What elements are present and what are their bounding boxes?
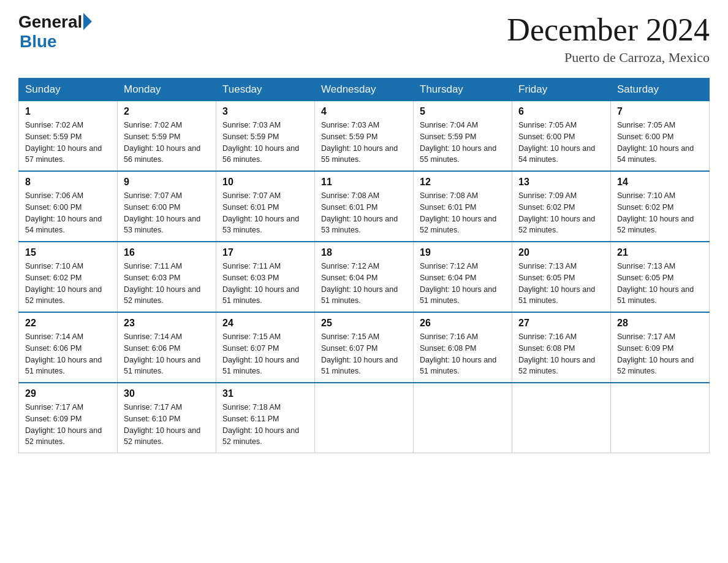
day-number: 16 xyxy=(124,247,210,258)
day-info: Sunrise: 7:08 AMSunset: 6:01 PMDaylight:… xyxy=(321,190,407,236)
table-row: 3 Sunrise: 7:03 AMSunset: 5:59 PMDayligh… xyxy=(216,101,315,172)
day-number: 25 xyxy=(321,318,407,329)
header-wednesday: Wednesday xyxy=(315,79,414,101)
day-number: 23 xyxy=(124,318,210,329)
day-info: Sunrise: 7:07 AMSunset: 6:00 PMDaylight:… xyxy=(124,190,210,236)
day-number: 6 xyxy=(518,106,604,117)
table-row: 23 Sunrise: 7:14 AMSunset: 6:06 PMDaylig… xyxy=(118,312,216,383)
day-info: Sunrise: 7:11 AMSunset: 6:03 PMDaylight:… xyxy=(124,261,210,307)
table-row: 5 Sunrise: 7:04 AMSunset: 5:59 PMDayligh… xyxy=(414,101,512,172)
table-row: 16 Sunrise: 7:11 AMSunset: 6:03 PMDaylig… xyxy=(118,242,216,312)
table-row: 17 Sunrise: 7:11 AMSunset: 6:03 PMDaylig… xyxy=(216,242,315,312)
table-row: 7 Sunrise: 7:05 AMSunset: 6:00 PMDayligh… xyxy=(611,101,710,172)
table-row xyxy=(315,383,414,453)
day-number: 18 xyxy=(321,247,407,258)
day-info: Sunrise: 7:13 AMSunset: 6:05 PMDaylight:… xyxy=(518,261,604,307)
calendar-week-row: 15 Sunrise: 7:10 AMSunset: 6:02 PMDaylig… xyxy=(19,242,710,312)
logo: General Blue xyxy=(18,12,92,52)
day-number: 19 xyxy=(420,247,506,258)
day-info: Sunrise: 7:10 AMSunset: 6:02 PMDaylight:… xyxy=(617,190,703,236)
day-info: Sunrise: 7:14 AMSunset: 6:06 PMDaylight:… xyxy=(124,331,210,377)
day-number: 27 xyxy=(518,318,604,329)
table-row: 13 Sunrise: 7:09 AMSunset: 6:02 PMDaylig… xyxy=(512,171,611,242)
day-number: 20 xyxy=(518,247,604,258)
table-row: 22 Sunrise: 7:14 AMSunset: 6:06 PMDaylig… xyxy=(19,312,118,383)
day-info: Sunrise: 7:03 AMSunset: 5:59 PMDaylight:… xyxy=(222,120,308,166)
day-info: Sunrise: 7:14 AMSunset: 6:06 PMDaylight:… xyxy=(25,331,111,377)
day-number: 4 xyxy=(321,106,407,117)
day-info: Sunrise: 7:05 AMSunset: 6:00 PMDaylight:… xyxy=(617,120,703,166)
table-row: 19 Sunrise: 7:12 AMSunset: 6:04 PMDaylig… xyxy=(414,242,512,312)
table-row: 6 Sunrise: 7:05 AMSunset: 6:00 PMDayligh… xyxy=(512,101,611,172)
calendar-header-row: Sunday Monday Tuesday Wednesday Thursday… xyxy=(19,79,710,101)
day-number: 17 xyxy=(222,247,308,258)
calendar-week-row: 8 Sunrise: 7:06 AMSunset: 6:00 PMDayligh… xyxy=(19,171,710,242)
header-sunday: Sunday xyxy=(19,79,118,101)
day-number: 11 xyxy=(321,177,407,188)
day-info: Sunrise: 7:09 AMSunset: 6:02 PMDaylight:… xyxy=(518,190,604,236)
day-info: Sunrise: 7:12 AMSunset: 6:04 PMDaylight:… xyxy=(321,261,407,307)
table-row: 12 Sunrise: 7:08 AMSunset: 6:01 PMDaylig… xyxy=(414,171,512,242)
day-number: 10 xyxy=(222,177,308,188)
calendar-table: Sunday Monday Tuesday Wednesday Thursday… xyxy=(18,78,710,453)
title-block: December 2024 Puerto de Carroza, Mexico xyxy=(507,12,710,66)
table-row xyxy=(414,383,512,453)
day-info: Sunrise: 7:05 AMSunset: 6:00 PMDaylight:… xyxy=(518,120,604,166)
day-number: 7 xyxy=(617,106,703,117)
day-info: Sunrise: 7:11 AMSunset: 6:03 PMDaylight:… xyxy=(222,261,308,307)
header-friday: Friday xyxy=(512,79,611,101)
day-number: 26 xyxy=(420,318,506,329)
day-number: 12 xyxy=(420,177,506,188)
table-row: 4 Sunrise: 7:03 AMSunset: 5:59 PMDayligh… xyxy=(315,101,414,172)
table-row xyxy=(611,383,710,453)
table-row: 11 Sunrise: 7:08 AMSunset: 6:01 PMDaylig… xyxy=(315,171,414,242)
header-monday: Monday xyxy=(118,79,216,101)
day-number: 9 xyxy=(124,177,210,188)
logo-blue-text: Blue xyxy=(20,32,92,52)
day-info: Sunrise: 7:07 AMSunset: 6:01 PMDaylight:… xyxy=(222,190,308,236)
day-info: Sunrise: 7:16 AMSunset: 6:08 PMDaylight:… xyxy=(518,331,604,377)
day-number: 13 xyxy=(518,177,604,188)
table-row: 31 Sunrise: 7:18 AMSunset: 6:11 PMDaylig… xyxy=(216,383,315,453)
table-row: 15 Sunrise: 7:10 AMSunset: 6:02 PMDaylig… xyxy=(19,242,118,312)
day-info: Sunrise: 7:15 AMSunset: 6:07 PMDaylight:… xyxy=(321,331,407,377)
logo-general-text: General xyxy=(18,12,82,32)
day-number: 3 xyxy=(222,106,308,117)
header-saturday: Saturday xyxy=(611,79,710,101)
location-subtitle: Puerto de Carroza, Mexico xyxy=(507,50,710,66)
table-row: 28 Sunrise: 7:17 AMSunset: 6:09 PMDaylig… xyxy=(611,312,710,383)
day-info: Sunrise: 7:06 AMSunset: 6:00 PMDaylight:… xyxy=(25,190,111,236)
calendar-week-row: 1 Sunrise: 7:02 AMSunset: 5:59 PMDayligh… xyxy=(19,101,710,172)
table-row: 8 Sunrise: 7:06 AMSunset: 6:00 PMDayligh… xyxy=(19,171,118,242)
day-info: Sunrise: 7:18 AMSunset: 6:11 PMDaylight:… xyxy=(222,402,308,448)
table-row: 21 Sunrise: 7:13 AMSunset: 6:05 PMDaylig… xyxy=(611,242,710,312)
day-number: 5 xyxy=(420,106,506,117)
table-row xyxy=(512,383,611,453)
day-number: 14 xyxy=(617,177,703,188)
day-info: Sunrise: 7:13 AMSunset: 6:05 PMDaylight:… xyxy=(617,261,703,307)
table-row: 2 Sunrise: 7:02 AMSunset: 5:59 PMDayligh… xyxy=(118,101,216,172)
table-row: 27 Sunrise: 7:16 AMSunset: 6:08 PMDaylig… xyxy=(512,312,611,383)
table-row: 25 Sunrise: 7:15 AMSunset: 6:07 PMDaylig… xyxy=(315,312,414,383)
day-number: 1 xyxy=(25,106,111,117)
day-info: Sunrise: 7:16 AMSunset: 6:08 PMDaylight:… xyxy=(420,331,506,377)
table-row: 1 Sunrise: 7:02 AMSunset: 5:59 PMDayligh… xyxy=(19,101,118,172)
table-row: 20 Sunrise: 7:13 AMSunset: 6:05 PMDaylig… xyxy=(512,242,611,312)
logo-arrow-icon xyxy=(83,13,92,30)
page-header: General Blue December 2024 Puerto de Car… xyxy=(18,12,710,66)
day-number: 31 xyxy=(222,388,308,399)
day-info: Sunrise: 7:15 AMSunset: 6:07 PMDaylight:… xyxy=(222,331,308,377)
day-info: Sunrise: 7:17 AMSunset: 6:09 PMDaylight:… xyxy=(617,331,703,377)
day-number: 28 xyxy=(617,318,703,329)
day-info: Sunrise: 7:04 AMSunset: 5:59 PMDaylight:… xyxy=(420,120,506,166)
day-number: 8 xyxy=(25,177,111,188)
day-number: 29 xyxy=(25,388,111,399)
day-info: Sunrise: 7:17 AMSunset: 6:10 PMDaylight:… xyxy=(124,402,210,448)
day-info: Sunrise: 7:12 AMSunset: 6:04 PMDaylight:… xyxy=(420,261,506,307)
day-info: Sunrise: 7:02 AMSunset: 5:59 PMDaylight:… xyxy=(25,120,111,166)
month-title: December 2024 xyxy=(507,12,710,47)
table-row: 9 Sunrise: 7:07 AMSunset: 6:00 PMDayligh… xyxy=(118,171,216,242)
calendar-week-row: 29 Sunrise: 7:17 AMSunset: 6:09 PMDaylig… xyxy=(19,383,710,453)
calendar-week-row: 22 Sunrise: 7:14 AMSunset: 6:06 PMDaylig… xyxy=(19,312,710,383)
table-row: 24 Sunrise: 7:15 AMSunset: 6:07 PMDaylig… xyxy=(216,312,315,383)
